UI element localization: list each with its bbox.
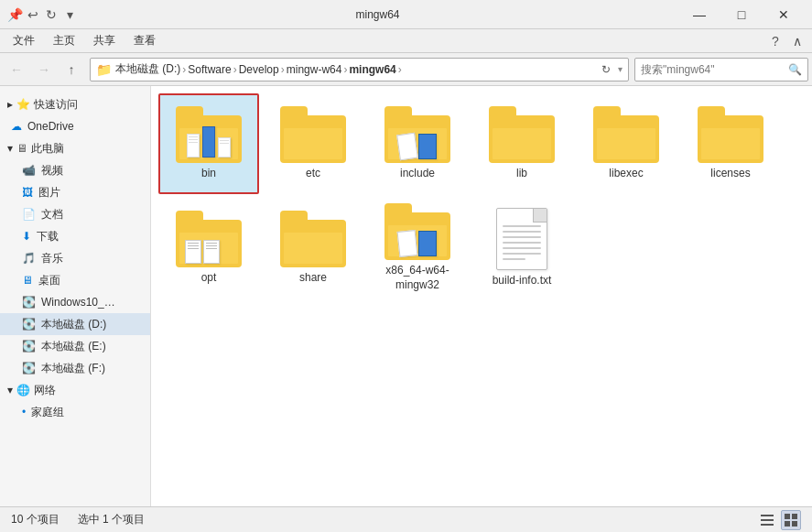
menu-file[interactable]: 文件: [4, 31, 44, 50]
up-button[interactable]: ↑: [59, 57, 84, 82]
breadcrumb-part-3[interactable]: mingw-w64: [287, 63, 342, 76]
menu-share[interactable]: 共享: [84, 31, 125, 50]
breadcrumb-part-1[interactable]: Software: [188, 63, 231, 76]
window-controls: — □ ✕: [678, 0, 805, 29]
music-icon: 🎵: [22, 252, 36, 265]
main-layout: ▸ ⭐ 快速访问 ☁ OneDrive ▾ 🖥 此电脑 📹 视频 🖼 图片 📄 …: [0, 86, 812, 506]
file-item-etc[interactable]: etc: [263, 93, 363, 194]
folder-icon-bin: [176, 106, 242, 163]
homegroup-icon: •: [22, 406, 26, 418]
sidebar-item-quick-access[interactable]: ▸ ⭐ 快速访问: [0, 93, 150, 115]
menu-view[interactable]: 查看: [125, 31, 165, 50]
folder-icon-opt: [176, 211, 242, 267]
pin-icon[interactable]: 📌: [7, 7, 22, 22]
sidebar-item-drive-e[interactable]: 💽 本地磁盘 (E:): [0, 335, 150, 357]
expand-icon[interactable]: ∧: [790, 34, 805, 49]
sidebar-item-onedrive[interactable]: ☁ OneDrive: [0, 115, 150, 137]
minimize-button[interactable]: —: [678, 0, 720, 29]
titlebar: 📌 ↩ ↻ ▾ mingw64 — □ ✕: [0, 0, 812, 29]
svg-rect-2: [761, 524, 774, 526]
chevron-icon[interactable]: ▾: [62, 7, 77, 22]
titlebar-icons: 📌 ↩ ↻ ▾: [7, 7, 77, 22]
drive-d-icon: 💽: [22, 318, 36, 331]
file-item-x86[interactable]: x86_64-w64-mingw32: [367, 198, 468, 299]
search-icon[interactable]: 🔍: [788, 63, 802, 76]
sidebar-label-music: 音乐: [41, 251, 63, 266]
sidebar-item-drive-d[interactable]: 💽 本地磁盘 (D:): [0, 313, 150, 335]
search-bar[interactable]: 🔍: [634, 58, 808, 81]
svg-rect-6: [792, 521, 797, 527]
pictures-icon: 🖼: [22, 186, 33, 199]
redo-icon[interactable]: ↻: [44, 7, 59, 22]
file-item-include[interactable]: include: [367, 93, 468, 194]
sidebar-label-documents: 文档: [41, 207, 63, 223]
address-bar[interactable]: 📁 本地磁盘 (D:) › Software › Develop › mingw…: [90, 58, 629, 81]
sidebar-item-downloads[interactable]: ⬇ 下载: [0, 225, 150, 247]
sidebar-item-win-os[interactable]: 💽 Windows10_OS (C: [0, 291, 150, 313]
svg-rect-4: [792, 514, 797, 519]
file-name-share: share: [299, 271, 327, 286]
file-item-lib[interactable]: lib: [471, 93, 572, 194]
breadcrumb-part-4[interactable]: mingw64: [349, 63, 395, 76]
file-item-opt[interactable]: opt: [158, 198, 259, 299]
file-name-etc: etc: [306, 167, 320, 181]
documents-icon: 📄: [22, 208, 36, 221]
sidebar-label-this-pc: 此电脑: [31, 141, 64, 157]
sidebar-label-drive-f: 本地磁盘 (F:): [41, 361, 105, 376]
sidebar-item-drive-f[interactable]: 💽 本地磁盘 (F:): [0, 357, 150, 379]
window-title: mingw64: [77, 8, 678, 21]
file-item-share[interactable]: share: [263, 198, 363, 299]
folder-icon-licenses: [698, 106, 763, 163]
file-name-build-info: build-info.txt: [493, 274, 552, 288]
file-item-build-info[interactable]: build-info.txt: [471, 198, 572, 299]
folder-icon-etc: [280, 106, 346, 163]
forward-button[interactable]: →: [31, 57, 57, 82]
sidebar-label-downloads: 下载: [37, 229, 59, 244]
selected-count: 选中 1 个项目: [78, 512, 145, 527]
breadcrumb-part-2[interactable]: Develop: [239, 63, 279, 76]
sidebar-label-drive-e: 本地磁盘 (E:): [41, 339, 106, 354]
sidebar-label-homegroup: 家庭组: [31, 405, 64, 420]
folder-icon-include: [384, 106, 450, 163]
file-item-licenses[interactable]: licenses: [680, 93, 781, 194]
breadcrumb: 本地磁盘 (D:) › Software › Develop › mingw-w…: [115, 61, 402, 77]
folder-icon-x86: [384, 203, 450, 260]
menu-home[interactable]: 主页: [44, 31, 84, 50]
back-button[interactable]: ←: [4, 57, 29, 82]
file-item-bin[interactable]: bin: [158, 93, 259, 194]
file-name-lib: lib: [516, 167, 527, 181]
file-item-libexec[interactable]: libexec: [576, 93, 677, 194]
dropdown-icon[interactable]: ▾: [618, 64, 623, 74]
chevron-right-icon: ▸: [7, 98, 13, 111]
sidebar-item-music[interactable]: 🎵 音乐: [0, 247, 150, 269]
sidebar-item-documents[interactable]: 📄 文档: [0, 203, 150, 225]
file-name-licenses: licenses: [710, 167, 750, 181]
cloud-icon: ☁: [11, 120, 22, 133]
items-count: 10 个项目: [11, 512, 60, 527]
sidebar-item-pictures[interactable]: 🖼 图片: [0, 181, 150, 203]
computer-icon: 🖥: [16, 142, 27, 155]
undo-icon[interactable]: ↩: [26, 7, 40, 22]
sidebar-item-desktop[interactable]: 🖥 桌面: [0, 269, 150, 291]
sidebar-label-videos: 视频: [41, 163, 63, 179]
sidebar-item-homegroup[interactable]: • 家庭组: [0, 401, 150, 423]
maximize-button[interactable]: □: [720, 0, 763, 29]
file-name-libexec: libexec: [609, 167, 643, 181]
help-icon[interactable]: ?: [768, 34, 783, 49]
sidebar-item-this-pc[interactable]: ▾ 🖥 此电脑: [0, 137, 150, 159]
sidebar-label-desktop: 桌面: [38, 273, 60, 288]
txt-file-icon: [496, 208, 547, 270]
file-name-bin: bin: [201, 167, 216, 181]
grid-view-button[interactable]: [781, 510, 801, 530]
downloads-icon: ⬇: [22, 230, 31, 243]
search-input[interactable]: [641, 63, 785, 76]
refresh-button[interactable]: ↻: [598, 63, 614, 76]
sidebar-item-videos[interactable]: 📹 视频: [0, 159, 150, 181]
sidebar-item-network[interactable]: ▾ 🌐 网络: [0, 379, 150, 401]
breadcrumb-part-0[interactable]: 本地磁盘 (D:): [115, 61, 180, 77]
file-name-include: include: [400, 167, 435, 181]
list-view-button[interactable]: [757, 510, 777, 530]
close-button[interactable]: ✕: [763, 0, 805, 29]
svg-rect-1: [761, 519, 774, 521]
sidebar-label-onedrive: OneDrive: [27, 120, 74, 133]
